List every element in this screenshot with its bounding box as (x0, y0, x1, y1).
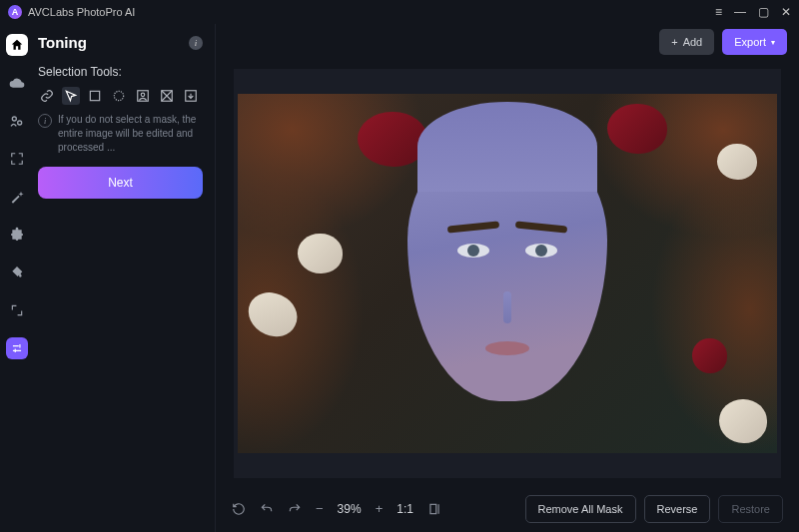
svg-point-0 (12, 117, 16, 121)
mask-actions: Remove All Mask Reverse Restore (525, 495, 783, 523)
close-icon[interactable]: ✕ (781, 6, 791, 18)
hint-info-icon: i (38, 114, 52, 128)
zoom-value: 39% (338, 502, 362, 516)
svg-rect-8 (430, 504, 436, 513)
window-controls: ≡ — ▢ ✕ (715, 6, 791, 18)
app-name: AVCLabs PhotoPro AI (28, 6, 135, 18)
wand-icon[interactable] (6, 186, 28, 208)
minimize-icon[interactable]: — (734, 6, 746, 18)
svg-rect-2 (90, 91, 99, 100)
selection-tool-row (38, 87, 203, 105)
undo-icon[interactable] (260, 502, 274, 516)
photo-preview (238, 94, 777, 453)
enhance-icon[interactable] (6, 110, 28, 132)
panel-header: Toning i (38, 34, 203, 51)
bucket-icon[interactable] (6, 262, 28, 283)
subject-tool-icon[interactable] (134, 87, 152, 105)
rectangle-tool-icon[interactable] (86, 87, 104, 105)
puzzle-icon[interactable] (6, 224, 28, 246)
info-icon[interactable]: i (189, 36, 203, 50)
hint-row: i If you do not select a mask, the entir… (38, 113, 203, 155)
reset-icon[interactable] (232, 502, 246, 516)
chevron-down-icon: ▾ (771, 38, 775, 47)
svg-point-5 (141, 93, 145, 97)
content-area: + Add Export ▾ (216, 24, 799, 532)
export-button[interactable]: Export ▾ (722, 29, 787, 55)
toning-tab-icon[interactable] (6, 337, 28, 359)
zoom-in-icon[interactable]: + (376, 501, 384, 516)
remove-all-mask-button[interactable]: Remove All Mask (525, 495, 636, 523)
link-tool-icon[interactable] (38, 87, 56, 105)
add-label: Add (683, 36, 703, 48)
topbar: + Add Export ▾ (216, 24, 799, 61)
plus-icon: + (671, 36, 677, 48)
side-panel: Toning i Selection Tools: i If you do no… (34, 24, 216, 532)
app-logo: A (8, 5, 22, 19)
export-label: Export (734, 36, 766, 48)
background-tool-icon[interactable] (158, 87, 176, 105)
main: Toning i Selection Tools: i If you do no… (0, 24, 799, 532)
fit-screen-icon[interactable] (427, 502, 441, 516)
expand-icon[interactable] (6, 148, 28, 170)
zoom-ratio[interactable]: 1:1 (397, 502, 413, 516)
redo-icon[interactable] (288, 502, 302, 516)
cloud-icon[interactable] (6, 72, 28, 94)
zoom-controls: − 39% + 1:1 (232, 501, 441, 516)
home-icon[interactable] (6, 34, 28, 56)
canvas-area (216, 61, 799, 486)
menu-icon[interactable]: ≡ (715, 6, 722, 18)
selection-tools-label: Selection Tools: (38, 65, 203, 79)
titlebar-left: A AVCLabs PhotoPro AI (8, 5, 135, 19)
zoom-out-icon[interactable]: − (316, 501, 324, 516)
maximize-icon[interactable]: ▢ (758, 6, 769, 18)
import-tool-icon[interactable] (182, 87, 200, 105)
pointer-tool-icon[interactable] (62, 87, 80, 105)
canvas-frame[interactable] (234, 69, 781, 478)
hint-text: If you do not select a mask, the entire … (58, 113, 203, 155)
titlebar: A AVCLabs PhotoPro AI ≡ — ▢ ✕ (0, 0, 799, 24)
next-button[interactable]: Next (38, 167, 203, 199)
ellipse-tool-icon[interactable] (110, 87, 128, 105)
add-button[interactable]: + Add (659, 29, 714, 55)
restore-button: Restore (718, 495, 783, 523)
reverse-button[interactable]: Reverse (644, 495, 711, 523)
svg-point-3 (114, 91, 123, 100)
resize-icon[interactable] (6, 299, 28, 321)
bottom-bar: − 39% + 1:1 Remove All Mask Reverse Rest… (216, 486, 799, 532)
panel-title: Toning (38, 34, 87, 51)
svg-point-1 (18, 121, 22, 125)
left-taskbar (0, 24, 34, 532)
